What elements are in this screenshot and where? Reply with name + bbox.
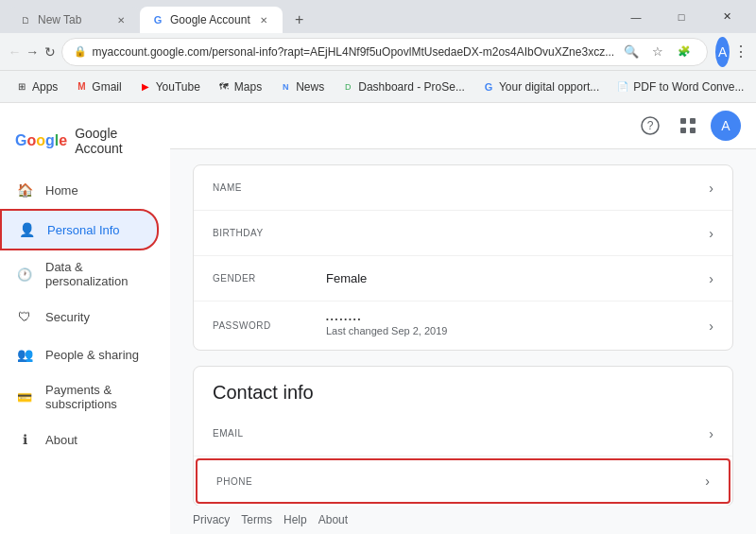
info-icon: ℹ <box>15 430 34 449</box>
digital-favicon: G <box>482 80 495 94</box>
birthday-row[interactable]: BIRTHDAY › <box>194 211 732 256</box>
more-options-icon[interactable]: ⋮ <box>733 41 748 63</box>
apps-favicon: ⊞ <box>15 80 28 94</box>
lock-icon: 🔒 <box>74 45 87 58</box>
bookmark-pdf[interactable]: 📄 PDF to Word Conve... <box>609 77 751 97</box>
reload-button[interactable]: ↻ <box>43 37 58 67</box>
sidebar-item-people-label: People & sharing <box>45 348 139 362</box>
sidebar-item-home[interactable]: 🏠 Home <box>0 171 159 209</box>
shield-icon: 🛡 <box>15 307 34 326</box>
tab-title-2: Google Account <box>170 13 250 26</box>
svg-rect-4 <box>680 128 686 133</box>
gender-value: Female <box>326 271 709 285</box>
footer-help-link[interactable]: Help <box>284 513 307 526</box>
sidebar-header: Google Google Account <box>0 118 170 171</box>
user-avatar[interactable]: A <box>711 111 741 141</box>
maximize-button[interactable]: □ <box>660 2 703 32</box>
help-icon[interactable]: ? <box>635 111 665 141</box>
footer-terms-link[interactable]: Terms <box>241 513 272 526</box>
sidebar-item-personal-info[interactable]: 👤 Personal Info <box>0 209 159 250</box>
bookmark-star-icon[interactable]: ☆ <box>646 41 669 63</box>
bookmark-gmail[interactable]: M Gmail <box>67 77 129 97</box>
sidebar-item-about[interactable]: ℹ About <box>0 421 159 458</box>
password-row[interactable]: PASSWORD •••••••• Last changed Sep 2, 20… <box>194 301 732 350</box>
phone-row[interactable]: PHONE › <box>196 458 730 504</box>
extensions-icon[interactable]: 🧩 <box>673 41 696 63</box>
back-button[interactable]: ← <box>8 37 22 67</box>
sidebar-item-payments-label: Payments & subscriptions <box>45 383 144 411</box>
sidebar-item-security-label: Security <box>45 310 90 324</box>
maps-favicon: 🗺 <box>217 80 231 94</box>
main-content: Google Google Account 🏠 Home 👤 Personal … <box>0 103 756 534</box>
name-row[interactable]: NAME › <box>194 165 732 211</box>
tab-close-2[interactable]: ✕ <box>256 12 271 27</box>
bookmark-apps-label: Apps <box>32 80 58 94</box>
sidebar-item-data-label: Data & personalization <box>45 260 144 288</box>
sidebar-item-data-personalization[interactable]: 🕐 Data & personalization <box>0 250 159 298</box>
name-chevron-icon: › <box>709 181 713 196</box>
chrome-window: 🗋 New Tab ✕ G Google Account ✕ + — □ ✕ ←… <box>0 0 756 534</box>
bookmark-gmail-label: Gmail <box>92 80 121 94</box>
bookmark-youtube-label: YouTube <box>156 80 200 94</box>
name-label: NAME <box>213 182 326 193</box>
footer-about-link[interactable]: About <box>318 513 348 526</box>
bookmark-apps[interactable]: ⊞ Apps <box>8 77 65 97</box>
email-chevron-icon: › <box>709 426 713 441</box>
svg-text:?: ? <box>647 119 654 132</box>
home-icon: 🏠 <box>15 181 34 199</box>
minimize-button[interactable]: — <box>614 2 658 32</box>
nav-bar: ← → ↻ 🔒 myaccount.google.com/personal-in… <box>0 33 756 71</box>
apps-grid-icon[interactable] <box>673 111 703 141</box>
address-bar[interactable]: 🔒 myaccount.google.com/personal-info?rap… <box>61 38 709 66</box>
content-wrapper: ? A NAME › <box>170 103 756 534</box>
password-dots: •••••••• <box>326 315 709 323</box>
bookmarks-bar: ⊞ Apps M Gmail ▶ YouTube 🗺 Maps N News D… <box>0 71 756 103</box>
new-tab-button[interactable]: + <box>286 7 313 33</box>
page-footer: Privacy Terms Help About <box>170 506 756 534</box>
bookmark-dashboard[interactable]: D Dashboard - ProSe... <box>334 77 472 97</box>
gender-chevron-icon: › <box>709 271 713 286</box>
google-logo: Google <box>15 132 67 149</box>
footer-privacy-link[interactable]: Privacy <box>193 513 230 526</box>
tab-favicon-1: 🗋 <box>19 13 32 26</box>
close-button[interactable]: ✕ <box>705 2 748 32</box>
profile-icon-nav[interactable]: A <box>715 37 730 67</box>
gender-row[interactable]: GENDER Female › <box>194 256 732 301</box>
page-header-icons: ? A <box>170 103 756 149</box>
youtube-favicon: ▶ <box>139 80 152 94</box>
sidebar-item-payments[interactable]: 💳 Payments & subscriptions <box>0 373 159 421</box>
search-icon[interactable]: 🔍 <box>620 41 643 63</box>
content-area: NAME › BIRTHDAY › GENDER Female › <box>170 149 756 506</box>
forward-button[interactable]: → <box>26 37 40 67</box>
email-label: EMAIL <box>213 428 326 439</box>
bookmark-maps[interactable]: 🗺 Maps <box>210 77 269 97</box>
password-chevron-icon: › <box>709 319 713 334</box>
tab-close-1[interactable]: ✕ <box>113 12 129 27</box>
svg-rect-3 <box>690 118 696 124</box>
email-row[interactable]: EMAIL › <box>194 411 732 456</box>
sidebar-item-about-label: About <box>45 433 77 447</box>
birthday-label: BIRTHDAY <box>213 228 326 238</box>
people-icon: 👥 <box>15 345 34 364</box>
birthday-chevron-icon: › <box>709 226 713 241</box>
sidebar-item-security[interactable]: 🛡 Security <box>0 298 159 336</box>
address-icons: 🔍 ☆ 🧩 <box>620 41 696 63</box>
svg-rect-5 <box>690 128 696 133</box>
tab-title-1: New Tab <box>38 13 108 26</box>
sidebar-item-home-label: Home <box>45 183 78 198</box>
tab-new-tab[interactable]: 🗋 New Tab ✕ <box>8 7 140 33</box>
tabs-area: 🗋 New Tab ✕ G Google Account ✕ + <box>8 0 614 33</box>
contact-info-title: Contact info <box>194 367 732 411</box>
sidebar-item-people-sharing[interactable]: 👥 People & sharing <box>0 336 159 373</box>
bookmark-youtube[interactable]: ▶ YouTube <box>131 77 208 97</box>
bookmark-news[interactable]: N News <box>271 77 332 97</box>
window-controls: — □ ✕ <box>614 2 748 32</box>
tab-google-account[interactable]: G Google Account ✕ <box>140 7 283 33</box>
contact-info-card: Contact info EMAIL › PHONE › <box>193 366 733 506</box>
bookmark-pdf-label: PDF to Word Conve... <box>633 80 744 94</box>
phone-label: PHONE <box>216 476 330 487</box>
password-info: •••••••• Last changed Sep 2, 2019 <box>326 315 709 336</box>
sidebar-title: Google Account <box>75 126 155 156</box>
title-bar: 🗋 New Tab ✕ G Google Account ✕ + — □ ✕ <box>0 0 756 33</box>
bookmark-digital[interactable]: G Your digital opport... <box>474 77 607 97</box>
